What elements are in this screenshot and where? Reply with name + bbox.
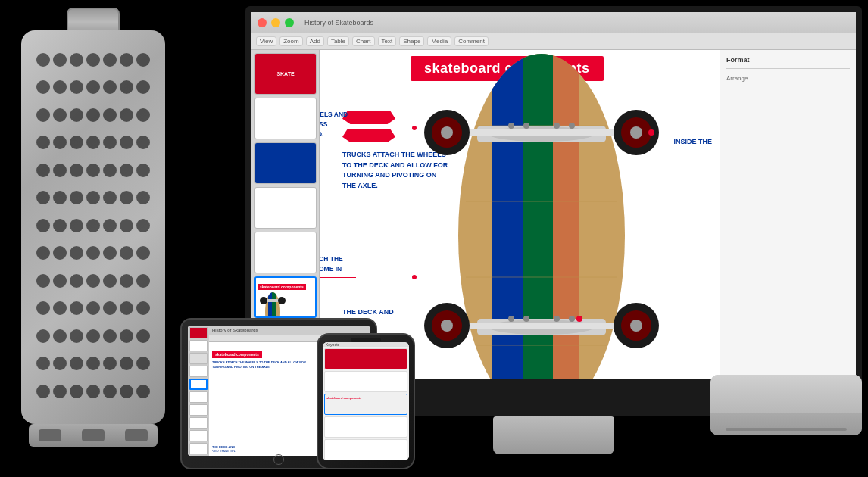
mac-pro-venthole — [103, 357, 117, 370]
ipad-home-button[interactable] — [273, 454, 284, 465]
mac-pro-venthole — [136, 301, 150, 315]
toolbar-table[interactable]: Table — [327, 36, 349, 46]
ipad-slide-mini — [189, 327, 208, 338]
svg-point-44 — [569, 316, 575, 322]
mac-pro-venthole — [86, 219, 100, 232]
ipad-slide-title: skateboard components — [212, 351, 262, 358]
mac-pro-venthole — [86, 329, 100, 343]
mac-pro-venthole — [103, 53, 117, 67]
svg-rect-21 — [439, 129, 644, 136]
mac-pro-venthole — [120, 164, 133, 177]
format-panel[interactable]: Format Arrange — [720, 50, 856, 379]
toolbar-media[interactable]: Media — [427, 36, 451, 46]
slide-thumbnail[interactable] — [254, 187, 317, 229]
iphone-slide-item — [324, 348, 407, 369]
bearings-text: BEARINGS FIT INSIDE THE WHEELS AND ALLOW… — [320, 110, 356, 139]
mac-pro-venthole — [86, 108, 100, 122]
window-title: History of Skateboards — [304, 19, 373, 26]
ipad-slide-mini — [189, 443, 208, 454]
mac-pro-venthole — [53, 53, 67, 67]
skateboard-image — [364, 50, 720, 379]
mac-pro-venthole — [36, 219, 50, 232]
mac-pro-venthole — [86, 53, 100, 67]
mac-pro-venthole — [70, 357, 83, 370]
mac-pro-venthole — [136, 108, 150, 122]
mac-pro-hole-grid — [29, 45, 158, 416]
iphone-device: Keynote skateboard components — [317, 333, 415, 469]
iphone-slide-preview: skateboard components — [323, 347, 409, 460]
svg-point-38 — [523, 123, 529, 129]
mac-pro-venthole — [103, 329, 117, 343]
mac-pro-venthole — [103, 164, 117, 177]
svg-point-40 — [569, 123, 575, 129]
mac-pro-venthole — [136, 191, 150, 204]
mac-pro-venthole — [103, 274, 117, 288]
apple-tv-vent — [726, 428, 847, 431]
ipad-slide-mini — [189, 391, 208, 403]
mac-pro-tower — [14, 8, 173, 462]
mac-pro-venthole — [36, 357, 50, 370]
minimize-button[interactable] — [271, 18, 280, 27]
toolbar-comment[interactable]: Comment — [454, 36, 489, 46]
slide-thumbnail[interactable] — [254, 232, 317, 273]
slide-thumbnail[interactable]: SKATE — [254, 53, 317, 95]
mac-pro-venthole — [103, 385, 117, 398]
mac-pro-venthole — [86, 164, 100, 177]
svg-rect-2 — [272, 292, 276, 318]
apple-tv-bottom — [710, 413, 862, 435]
svg-rect-1 — [268, 292, 272, 318]
slide-thumbnail[interactable]: skateboard components — [254, 276, 317, 318]
mac-pro-venthole — [70, 246, 83, 260]
mac-pro-foot — [39, 429, 61, 441]
svg-point-27 — [630, 126, 642, 139]
mac-pro-venthole — [120, 246, 133, 260]
iphone-body: Keynote skateboard components — [317, 333, 415, 469]
toolbar-shape[interactable]: Shape — [399, 36, 424, 46]
mac-pro-venthole — [136, 219, 150, 232]
mac-pro-venthole — [36, 53, 50, 67]
slide-thumbnail[interactable] — [254, 98, 317, 139]
mac-pro-venthole — [70, 164, 83, 177]
mac-pro-venthole — [120, 385, 133, 398]
svg-point-45 — [648, 129, 654, 136]
maximize-button[interactable] — [285, 18, 294, 27]
toolbar-chart[interactable]: Chart — [352, 36, 375, 46]
mac-pro-venthole — [103, 136, 117, 149]
connector-line-bearings — [320, 126, 356, 126]
mac-pro-venthole — [86, 274, 100, 288]
svg-point-36 — [630, 320, 642, 332]
ipad-slide-mini — [189, 417, 208, 429]
ipad-slide-mini — [189, 353, 208, 364]
keynote-titlebar: History of Skateboards — [251, 12, 856, 33]
mac-pro-venthole — [103, 108, 117, 122]
mac-pro-venthole — [70, 191, 83, 204]
keynote-toolbar: View Zoom Add Table Chart Text Shape Med… — [251, 33, 856, 50]
svg-point-43 — [554, 316, 560, 322]
mac-pro-venthole — [36, 191, 50, 204]
iphone-keynote-content: Keynote skateboard components — [323, 342, 409, 460]
mac-pro-venthole — [120, 53, 133, 67]
svg-point-42 — [523, 316, 529, 322]
toolbar-view[interactable]: View — [256, 36, 276, 46]
mac-pro-venthole — [36, 136, 50, 149]
slide-thumbnail[interactable] — [254, 142, 317, 184]
mac-pro-venthole — [136, 274, 150, 288]
iphone-slide-item — [324, 416, 407, 438]
mac-pro-venthole — [53, 329, 67, 343]
toolbar-text[interactable]: Text — [378, 36, 397, 46]
mac-pro-foot — [82, 429, 105, 441]
mac-pro-venthole — [103, 301, 117, 315]
format-panel-title: Format — [726, 56, 850, 64]
toolbar-add[interactable]: Add — [306, 36, 324, 46]
ipad-slide-mini — [189, 379, 208, 390]
close-button[interactable] — [258, 18, 267, 27]
ipad-slide-mini — [189, 340, 208, 351]
mac-pro-venthole — [136, 53, 150, 67]
mac-pro-venthole — [53, 301, 67, 315]
mac-pro-feet — [29, 424, 158, 447]
toolbar-zoom[interactable]: Zoom — [279, 36, 302, 46]
mac-pro-venthole — [136, 136, 150, 149]
svg-point-46 — [576, 316, 582, 322]
main-slide-area[interactable]: skateboard components TRUCKS ATTACH THE … — [320, 50, 720, 379]
mac-pro-foot — [125, 429, 148, 441]
